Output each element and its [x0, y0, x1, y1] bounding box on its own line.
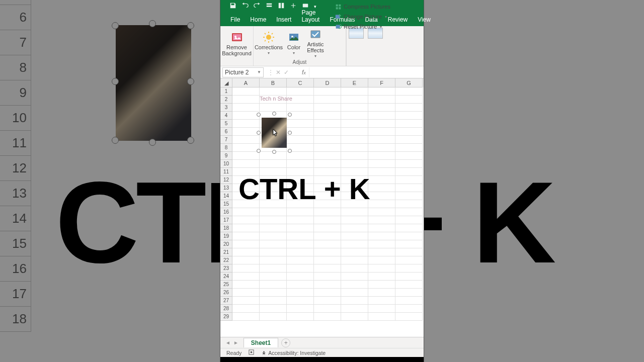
- cell[interactable]: [232, 208, 260, 216]
- cell[interactable]: [395, 168, 423, 176]
- cell[interactable]: [232, 104, 260, 112]
- cell[interactable]: [314, 104, 341, 112]
- cell[interactable]: [260, 224, 287, 232]
- cell[interactable]: [341, 297, 368, 305]
- cell[interactable]: [395, 208, 423, 216]
- cell[interactable]: [341, 264, 368, 273]
- row-header[interactable]: 27: [220, 297, 232, 305]
- cell[interactable]: [232, 144, 260, 152]
- cell[interactable]: [341, 256, 368, 264]
- cell[interactable]: [260, 273, 287, 281]
- cell[interactable]: [341, 305, 368, 313]
- cell[interactable]: [287, 96, 314, 104]
- cell[interactable]: [368, 248, 395, 256]
- cell[interactable]: [232, 224, 260, 232]
- cell[interactable]: [287, 313, 314, 321]
- cell[interactable]: [260, 248, 287, 256]
- cell[interactable]: [260, 289, 287, 297]
- macro-record-icon[interactable]: [249, 349, 254, 356]
- qat-icon[interactable]: [290, 2, 297, 11]
- qat-icon[interactable]: [266, 2, 273, 11]
- cell[interactable]: [287, 289, 314, 297]
- cell[interactable]: [368, 87, 395, 96]
- cell[interactable]: [314, 112, 341, 120]
- cell[interactable]: [232, 232, 260, 240]
- cell[interactable]: [395, 273, 423, 281]
- cell[interactable]: [314, 87, 341, 96]
- cell[interactable]: [260, 313, 287, 321]
- row-header[interactable]: 11: [220, 168, 232, 176]
- reset-picture-button[interactable]: Reset Picture ▾: [333, 22, 420, 32]
- cell[interactable]: [260, 256, 287, 264]
- cell[interactable]: [341, 208, 368, 216]
- cell[interactable]: [232, 240, 260, 248]
- cell[interactable]: [368, 273, 395, 281]
- ribbon-tab-page-layout[interactable]: Page Layout: [296, 7, 325, 26]
- cell[interactable]: [314, 128, 341, 136]
- cell[interactable]: [395, 144, 423, 152]
- row-header[interactable]: 24: [220, 273, 232, 281]
- cell[interactable]: [314, 224, 341, 232]
- cell[interactable]: [260, 305, 287, 313]
- cell[interactable]: [287, 216, 314, 224]
- cell[interactable]: [395, 248, 423, 256]
- cell[interactable]: [314, 96, 341, 104]
- cell[interactable]: [368, 152, 395, 160]
- cell[interactable]: [395, 232, 423, 240]
- cell[interactable]: [341, 224, 368, 232]
- cell[interactable]: [260, 281, 287, 289]
- cell[interactable]: [368, 160, 395, 168]
- cell[interactable]: [395, 264, 423, 273]
- cell[interactable]: [341, 96, 368, 104]
- cell[interactable]: [287, 152, 314, 160]
- worksheet-grid[interactable]: ◢ ABCDEFG 123456789101112131415161718192…: [220, 78, 424, 330]
- cell[interactable]: [232, 297, 260, 305]
- row-header[interactable]: 16: [220, 208, 232, 216]
- cell[interactable]: [341, 273, 368, 281]
- cell[interactable]: [314, 232, 341, 240]
- name-box[interactable]: Picture 2 ▼: [222, 67, 264, 77]
- cell[interactable]: [232, 128, 260, 136]
- cell[interactable]: [395, 297, 423, 305]
- cell[interactable]: [368, 313, 395, 321]
- cell[interactable]: [314, 289, 341, 297]
- sheet-nav-next-icon[interactable]: ►: [233, 340, 238, 345]
- cell[interactable]: [287, 136, 314, 144]
- cell[interactable]: [287, 264, 314, 273]
- row-header[interactable]: 22: [220, 256, 232, 264]
- cell[interactable]: [260, 160, 287, 168]
- cell[interactable]: [287, 104, 314, 112]
- cell[interactable]: [232, 216, 260, 224]
- row-header[interactable]: 28: [220, 305, 232, 313]
- cell[interactable]: [395, 176, 423, 184]
- cell[interactable]: [232, 136, 260, 144]
- row-header[interactable]: 13: [220, 184, 232, 192]
- cell[interactable]: [314, 313, 341, 321]
- cell[interactable]: [260, 240, 287, 248]
- cell[interactable]: [314, 120, 341, 128]
- cell[interactable]: [395, 313, 423, 321]
- cell[interactable]: [368, 144, 395, 152]
- row-header[interactable]: 21: [220, 248, 232, 256]
- cell[interactable]: [341, 281, 368, 289]
- cell[interactable]: [368, 96, 395, 104]
- cell[interactable]: [260, 264, 287, 273]
- cell[interactable]: [287, 297, 314, 305]
- save-icon[interactable]: [229, 2, 236, 11]
- cell[interactable]: [232, 256, 260, 264]
- row-header[interactable]: 12: [220, 176, 232, 184]
- cell[interactable]: [368, 240, 395, 248]
- ribbon-tab-home[interactable]: Home: [245, 14, 271, 26]
- corrections-button[interactable]: Corrections ▾: [254, 26, 284, 59]
- column-header[interactable]: D: [314, 78, 341, 87]
- cell[interactable]: [260, 96, 287, 104]
- cell[interactable]: [368, 256, 395, 264]
- cell[interactable]: [341, 152, 368, 160]
- cell[interactable]: [232, 281, 260, 289]
- fx-icon[interactable]: fx: [302, 69, 306, 76]
- sheet-tab[interactable]: Sheet1: [244, 338, 278, 347]
- cell[interactable]: [395, 104, 423, 112]
- cell[interactable]: [260, 216, 287, 224]
- row-header[interactable]: 15: [220, 200, 232, 208]
- cell[interactable]: [287, 305, 314, 313]
